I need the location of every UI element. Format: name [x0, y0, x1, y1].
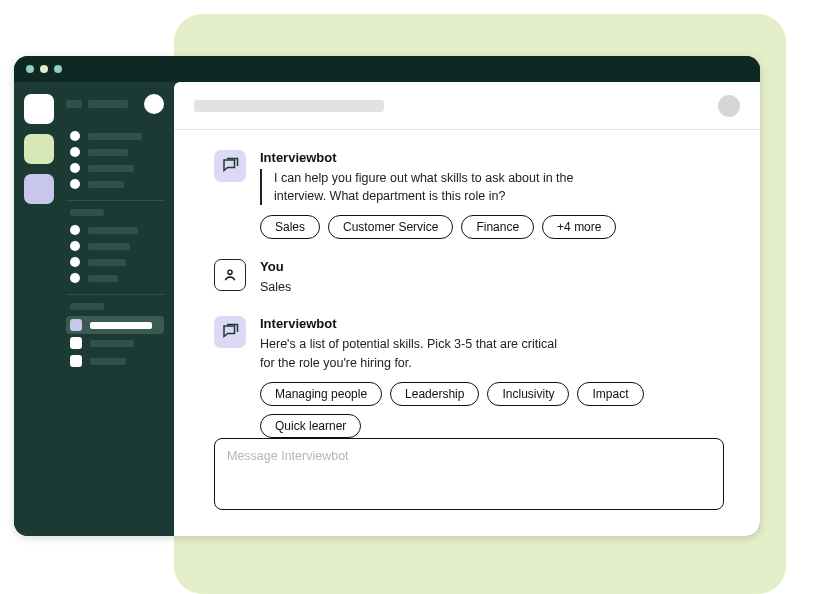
message: You Sales — [214, 259, 724, 296]
message-input[interactable] — [214, 438, 724, 510]
placeholder-bar — [66, 100, 82, 108]
sidebar-item[interactable] — [66, 352, 164, 370]
chip-row: Sales Customer Service Finance +4 more — [260, 215, 724, 239]
composer-area — [174, 438, 760, 536]
placeholder-bar — [88, 100, 128, 108]
bot-avatar — [214, 316, 246, 348]
window-maximize-dot[interactable] — [54, 65, 62, 73]
sidebar-item[interactable] — [66, 334, 164, 352]
person-icon — [222, 267, 238, 283]
sidebar-item[interactable] — [66, 238, 164, 254]
skill-chip[interactable]: Managing people — [260, 382, 382, 406]
channel-title-placeholder — [194, 100, 384, 112]
sidebar-item[interactable] — [66, 254, 164, 270]
user-avatar — [214, 259, 246, 291]
sidebar-item-active[interactable] — [66, 316, 164, 334]
window-close-dot[interactable] — [26, 65, 34, 73]
message-sender: Interviewbot — [260, 150, 724, 165]
workspace-item[interactable] — [24, 94, 54, 124]
department-chip[interactable]: Sales — [260, 215, 320, 239]
department-chip-more[interactable]: +4 more — [542, 215, 616, 239]
sidebar-header[interactable] — [66, 94, 164, 114]
window-minimize-dot[interactable] — [40, 65, 48, 73]
sidebar-item[interactable] — [66, 270, 164, 286]
sidebar-item[interactable] — [66, 176, 164, 192]
window-titlebar — [14, 56, 760, 82]
sidebar-item[interactable] — [66, 222, 164, 238]
message-thread: Interviewbot I can help you figure out w… — [174, 130, 760, 438]
sidebar-item[interactable] — [66, 144, 164, 160]
header-avatar[interactable] — [718, 95, 740, 117]
message: Interviewbot I can help you figure out w… — [214, 150, 724, 239]
chat-bubble-icon — [221, 157, 239, 175]
compose-button[interactable] — [144, 94, 164, 114]
chip-row: Managing people Leadership Inclusivity I… — [260, 382, 724, 438]
message: Interviewbot Here's a list of potential … — [214, 316, 724, 437]
sidebar-divider — [66, 200, 164, 201]
workspace-rail — [14, 82, 64, 536]
skill-chip[interactable]: Impact — [577, 382, 643, 406]
workspace-item[interactable] — [24, 174, 54, 204]
message-text: Sales — [260, 278, 560, 296]
sidebar-section-label — [70, 303, 104, 310]
svg-point-0 — [228, 270, 232, 274]
window-body: Interviewbot I can help you figure out w… — [14, 82, 760, 536]
message-sender: You — [260, 259, 724, 274]
app-window: Interviewbot I can help you figure out w… — [14, 56, 760, 536]
sidebar-item[interactable] — [66, 160, 164, 176]
department-chip[interactable]: Customer Service — [328, 215, 453, 239]
skill-chip[interactable]: Leadership — [390, 382, 479, 406]
sidebar — [64, 82, 174, 536]
skill-chip[interactable]: Inclusivity — [487, 382, 569, 406]
workspace-item[interactable] — [24, 134, 54, 164]
sidebar-item[interactable] — [66, 128, 164, 144]
sidebar-divider — [66, 294, 164, 295]
message-text: I can help you figure out what skills to… — [274, 169, 574, 205]
message-sender: Interviewbot — [260, 316, 724, 331]
skill-chip[interactable]: Quick learner — [260, 414, 361, 438]
chat-bubble-icon — [221, 323, 239, 341]
message-text: Here's a list of potential skills. Pick … — [260, 335, 560, 371]
department-chip[interactable]: Finance — [461, 215, 534, 239]
bot-avatar — [214, 150, 246, 182]
channel-header — [174, 82, 760, 130]
sidebar-section-label — [70, 209, 104, 216]
main-panel: Interviewbot I can help you figure out w… — [174, 82, 760, 536]
